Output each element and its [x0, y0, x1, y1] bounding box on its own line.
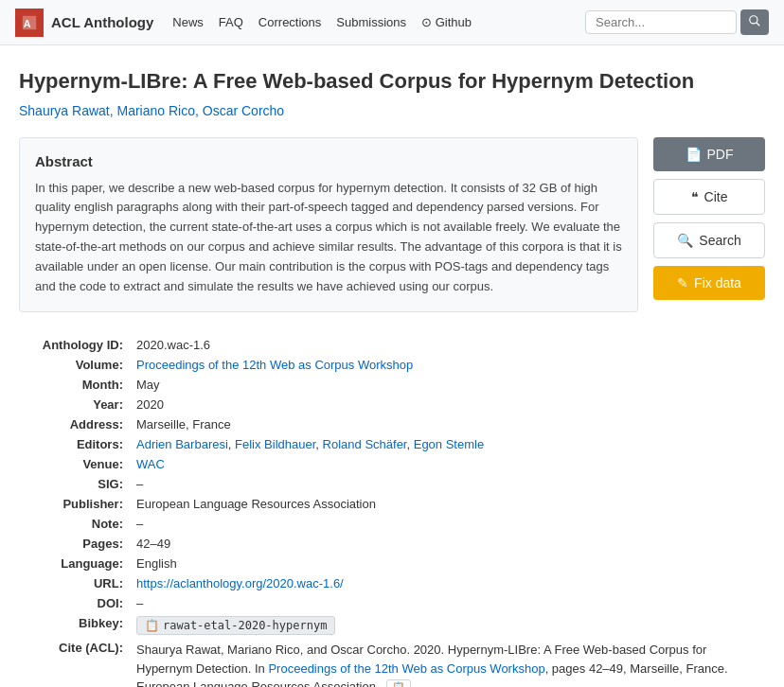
brand-title: ACL Anthology [51, 14, 153, 30]
meta-value: – [133, 474, 765, 494]
meta-label: Bibkey: [19, 613, 133, 638]
cite-acl-venue-link[interactable]: Proceedings of the 12th Web as Corpus Wo… [268, 661, 544, 676]
nav-link-github[interactable]: ⊙ Github [421, 15, 472, 29]
cite-button[interactable]: ❝ Cite [653, 179, 765, 215]
copy-icon: 📋 [145, 619, 159, 632]
meta-row-pages: Pages: 42–49 [19, 534, 765, 554]
fix-icon: ✎ [677, 275, 688, 291]
author-link-3[interactable]: Oscar Corcho [203, 103, 284, 118]
paper-authors: Shaurya Rawat, Mariano Rico, Oscar Corch… [19, 103, 765, 118]
search-input[interactable] [585, 10, 737, 34]
venue-link[interactable]: WAC [136, 457, 165, 471]
paper-title: Hypernym-LIBre: A Free Web-based Corpus … [19, 68, 765, 96]
abstract-heading: Abstract [35, 153, 622, 169]
main-content: Hypernym-LIBre: A Free Web-based Corpus … [4, 45, 780, 687]
action-buttons: 📄 PDF ❝ Cite 🔍 Search ✎ Fix data [653, 137, 765, 313]
meta-row-address: Address: Marseille, France [19, 414, 765, 434]
meta-row-language: Language: English [19, 554, 765, 573]
meta-value: 📋 rawat-etal-2020-hypernym [133, 613, 765, 638]
meta-label: Publisher: [19, 494, 133, 514]
svg-text:A: A [24, 17, 31, 28]
metadata-table: Anthology ID: 2020.wac-1.6 Volume: Proce… [19, 335, 765, 687]
meta-value: English [133, 554, 765, 573]
meta-value: – [133, 514, 765, 534]
meta-row-year: Year: 2020 [19, 395, 765, 414]
github-icon: ⊙ [421, 15, 432, 29]
meta-label: Pages: [19, 534, 133, 554]
meta-value: 2020.wac-1.6 [133, 335, 765, 355]
meta-row-note: Note: – [19, 514, 765, 534]
volume-link[interactable]: Proceedings of the 12th Web as Corpus Wo… [136, 358, 413, 372]
url-link[interactable]: https://aclanthology.org/2020.wac-1.6/ [136, 576, 344, 590]
meta-label: Year: [19, 395, 133, 414]
abstract-box: Abstract In this paper, we describe a ne… [19, 137, 638, 313]
navbar: A ACL Anthology News FAQ Corrections Sub… [0, 0, 784, 45]
pdf-icon: 📄 [686, 147, 702, 162]
meta-row-month: Month: May [19, 375, 765, 395]
meta-value: European Language Resources Association [133, 494, 765, 514]
meta-label: DOI: [19, 593, 133, 613]
search-area [585, 9, 769, 35]
meta-row-bibkey: Bibkey: 📋 rawat-etal-2020-hypernym [19, 613, 765, 638]
nav-links: News FAQ Corrections Submissions ⊙ Githu… [172, 15, 585, 29]
meta-value: WAC [133, 454, 765, 474]
nav-link-news[interactable]: News [172, 15, 204, 29]
meta-value: – [133, 593, 765, 613]
svg-line-3 [757, 23, 760, 26]
editor-link-2[interactable]: Felix Bildhauer [235, 437, 315, 451]
meta-label: Language: [19, 554, 133, 573]
fix-data-button[interactable]: ✎ Fix data [653, 266, 765, 300]
meta-value: Shaurya Rawat, Mariano Rico, and Oscar C… [133, 638, 765, 687]
search-button[interactable] [740, 9, 769, 35]
editor-link-4[interactable]: Egon Stemle [414, 437, 484, 451]
svg-point-2 [750, 16, 757, 24]
editor-link-1[interactable]: Adrien Barbaresi [136, 437, 228, 451]
meta-value: Marseille, France [133, 414, 765, 434]
meta-value: 42–49 [133, 534, 765, 554]
meta-label: Month: [19, 375, 133, 395]
meta-label: SIG: [19, 474, 133, 494]
author-link-2[interactable]: Mariano Rico [117, 103, 195, 118]
abstract-text: In this paper, we describe a new web-bas… [35, 179, 622, 297]
author-link-1[interactable]: Shaurya Rawat [19, 103, 110, 118]
nav-link-faq[interactable]: FAQ [219, 15, 243, 29]
meta-row-url: URL: https://aclanthology.org/2020.wac-1… [19, 573, 765, 593]
logo: A [15, 9, 44, 37]
meta-value: Adrien Barbaresi, Felix Bildhauer, Rolan… [133, 434, 765, 454]
meta-value: Proceedings of the 12th Web as Corpus Wo… [133, 355, 765, 375]
meta-row-anthology-id: Anthology ID: 2020.wac-1.6 [19, 335, 765, 355]
meta-row-venue: Venue: WAC [19, 454, 765, 474]
pdf-button[interactable]: 📄 PDF [653, 137, 765, 171]
meta-label: Note: [19, 514, 133, 534]
search-action-button[interactable]: 🔍 Search [653, 222, 765, 258]
meta-row-volume: Volume: Proceedings of the 12th Web as C… [19, 355, 765, 375]
bibkey-badge: 📋 rawat-etal-2020-hypernym [136, 616, 335, 635]
meta-value: May [133, 375, 765, 395]
meta-label: Anthology ID: [19, 335, 133, 355]
nav-link-submissions[interactable]: Submissions [336, 15, 406, 29]
meta-label: Venue: [19, 454, 133, 474]
meta-label: Editors: [19, 434, 133, 454]
nav-link-corrections[interactable]: Corrections [258, 15, 321, 29]
meta-row-doi: DOI: – [19, 593, 765, 613]
meta-row-publisher: Publisher: European Language Resources A… [19, 494, 765, 514]
meta-row-sig: SIG: – [19, 474, 765, 494]
meta-row-editors: Editors: Adrien Barbaresi, Felix Bildhau… [19, 434, 765, 454]
cite-acl-copy-button[interactable]: 📋 [386, 679, 411, 687]
meta-label: Address: [19, 414, 133, 434]
meta-value: 2020 [133, 395, 765, 414]
meta-label: URL: [19, 573, 133, 593]
meta-row-cite-acl: Cite (ACL): Shaurya Rawat, Mariano Rico,… [19, 638, 765, 687]
bibkey-text: rawat-etal-2020-hypernym [163, 619, 327, 632]
meta-label: Cite (ACL): [19, 638, 133, 687]
meta-label: Volume: [19, 355, 133, 375]
content-row: Abstract In this paper, we describe a ne… [19, 137, 765, 313]
meta-value: https://aclanthology.org/2020.wac-1.6/ [133, 573, 765, 593]
search-icon: 🔍 [677, 233, 693, 248]
brand-link[interactable]: A ACL Anthology [15, 9, 153, 37]
quote-icon: ❝ [691, 189, 699, 204]
editor-link-3[interactable]: Roland Schäfer [323, 437, 407, 451]
